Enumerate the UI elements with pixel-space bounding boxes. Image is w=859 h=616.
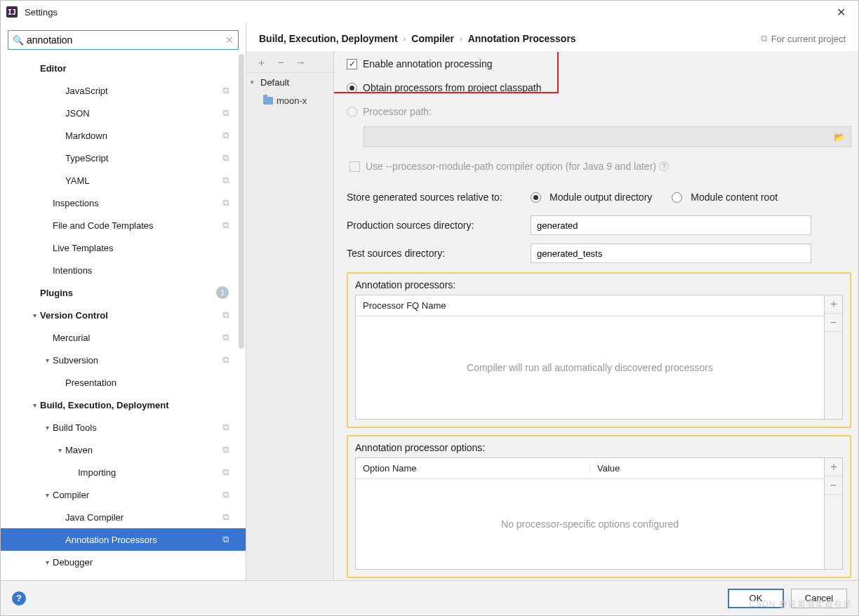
profile-default[interactable]: ▾Default [246,73,333,91]
profiles-panel: ＋ − → ▾Default moon-x [246,52,334,580]
tree-item-json[interactable]: JSON⧉ [1,102,246,124]
profile-module[interactable]: moon-x [246,91,333,109]
copy-icon: ⧉ [222,220,229,231]
copy-icon: ⧉ [222,332,229,343]
copy-icon: ⧉ [222,579,229,580]
tree-item-yaml[interactable]: YAML⧉ [1,169,246,192]
cancel-button[interactable]: Cancel [791,589,847,608]
close-icon[interactable]: ✕ [830,3,853,22]
tree-item-version-control[interactable]: ▾Version Control⧉ [1,304,246,326]
tree-item-typescript[interactable]: TypeScript⧉ [1,147,246,169]
test-sources-label: Test sources directory: [347,248,531,259]
enable-annotation-row[interactable]: Enable annotation processing [347,52,851,76]
store-sources-label: Store generated sources relative to: [347,192,531,203]
tree-item-label: JavaScript [65,86,222,96]
clear-search-icon[interactable]: ✕ [225,34,234,46]
tree-item-label: Maven [65,445,222,455]
processor-path-row[interactable]: Processor path: [347,100,851,123]
tree-item-label: Live Templates [53,243,229,253]
add-option-icon[interactable]: ＋ [825,458,842,476]
test-sources-input[interactable] [531,243,811,263]
processors-table[interactable]: Processor FQ Name Compiler will run all … [355,295,825,420]
main-panel: Build, Execution, Deployment › Compiler … [246,23,858,580]
tree-item-label: File and Code Templates [53,220,222,231]
tree-item-debugger[interactable]: ▾Debugger [1,551,246,573]
copy-icon: ⧉ [222,511,229,523]
enable-annotation-checkbox[interactable] [347,59,357,69]
obtain-classpath-row[interactable]: Obtain processors from project classpath [347,76,851,100]
options-empty-text: No processor-specific options configured [356,479,824,569]
tree-item-mercurial[interactable]: Mercurial⧉ [1,326,246,349]
add-profile-icon[interactable]: ＋ [251,57,272,67]
tree-item-plugins[interactable]: Plugins1 [1,281,246,304]
copy-icon: ⧉ [222,175,229,186]
tree-item-label: Mercurial [53,333,222,343]
copy-icon: ⧉ [761,33,767,44]
processor-path-field: 📂 [364,126,851,147]
sidebar-scrollbar[interactable] [239,54,244,580]
tree-item-label: YAML [65,175,222,186]
tree-item-annotation-processors[interactable]: Annotation Processors⧉ [1,528,246,551]
copy-icon: ⧉ [222,354,229,366]
settings-form: Enable annotation processing Obtain proc… [334,52,858,580]
settings-tree[interactable]: EditorJavaScript⧉JSON⧉Markdown⧉TypeScrip… [1,54,246,580]
module-icon [263,97,273,105]
move-profile-icon[interactable]: → [290,57,312,67]
chevron-icon: ▾ [41,558,53,566]
store-opt-output-radio[interactable] [531,192,541,203]
enable-annotation-label: Enable annotation processing [363,58,492,69]
crumb-1[interactable]: Compiler [411,33,454,44]
tree-item-async-stack-traces[interactable]: Async Stack Traces⧉ [1,573,246,580]
store-opt-content[interactable]: Module content root [672,192,778,203]
crumb-0[interactable]: Build, Execution, Deployment [259,33,398,44]
store-opt-content-radio[interactable] [672,192,682,203]
tree-item-build-execution-deployment[interactable]: ▾Build, Execution, Deployment [1,394,246,416]
chevron-icon: ▾ [29,401,40,409]
test-sources-row: Test sources directory: [347,241,851,265]
tree-item-javascript[interactable]: JavaScript⧉ [1,79,246,102]
remove-profile-icon[interactable]: − [272,57,290,67]
tree-item-label: Build Tools [53,422,222,433]
help-icon[interactable]: ? [659,161,669,171]
tree-item-build-tools[interactable]: ▾Build Tools⧉ [1,416,246,438]
add-processor-icon[interactable]: ＋ [825,295,842,314]
obtain-classpath-radio[interactable] [347,83,357,93]
chevron-icon: ▾ [41,356,53,364]
module-path-checkbox [349,161,360,172]
chevron-right-icon: › [404,34,406,43]
tree-item-intentions[interactable]: Intentions [1,259,246,281]
remove-processor-icon[interactable]: − [825,314,842,332]
options-table[interactable]: Option Name Value No processor-specific … [355,457,825,570]
tree-item-importing[interactable]: Importing⧉ [1,461,246,483]
tree-item-java-compiler[interactable]: Java Compiler⧉ [1,506,246,528]
processor-path-radio[interactable] [347,107,357,117]
annotation-processors-section: Annotation processors: Processor FQ Name… [347,272,851,428]
tree-item-markdown[interactable]: Markdown⧉ [1,124,246,147]
tree-item-label: Markdown [65,130,222,141]
settings-sidebar: 🔍 ✕ EditorJavaScript⧉JSON⧉Markdown⧉TypeS… [1,23,246,580]
tree-item-label: Version Control [40,310,222,321]
module-path-label: Use --processor-module-path compiler opt… [366,161,656,172]
tree-item-maven[interactable]: ▾Maven⧉ [1,438,246,461]
processors-col-name: Processor FQ Name [356,300,824,311]
chevron-icon: ▾ [41,491,53,499]
help-button[interactable]: ? [12,591,26,605]
copy-icon: ⧉ [222,85,229,96]
tree-item-editor[interactable]: Editor [1,57,246,79]
tree-item-file-and-code-templates[interactable]: File and Code Templates⧉ [1,214,246,236]
tree-item-inspections[interactable]: Inspections⧉ [1,192,246,214]
store-opt-output[interactable]: Module output directory [531,192,652,203]
tree-item-presentation[interactable]: Presentation [1,371,246,394]
search-input[interactable] [27,34,225,46]
tree-item-compiler[interactable]: ▾Compiler⧉ [1,483,246,506]
prod-sources-input[interactable] [531,215,811,235]
ok-button[interactable]: OK [728,589,784,608]
remove-option-icon[interactable]: − [825,476,842,495]
tree-item-label: Debugger [53,557,229,568]
search-input-wrap[interactable]: 🔍 ✕ [8,30,239,50]
tree-item-live-templates[interactable]: Live Templates [1,236,246,259]
tree-item-subversion[interactable]: ▾Subversion⧉ [1,349,246,371]
chevron-right-icon: › [460,34,462,43]
tree-item-label: Build, Execution, Deployment [40,400,229,410]
module-path-row: Use --processor-module-path compiler opt… [347,154,851,178]
